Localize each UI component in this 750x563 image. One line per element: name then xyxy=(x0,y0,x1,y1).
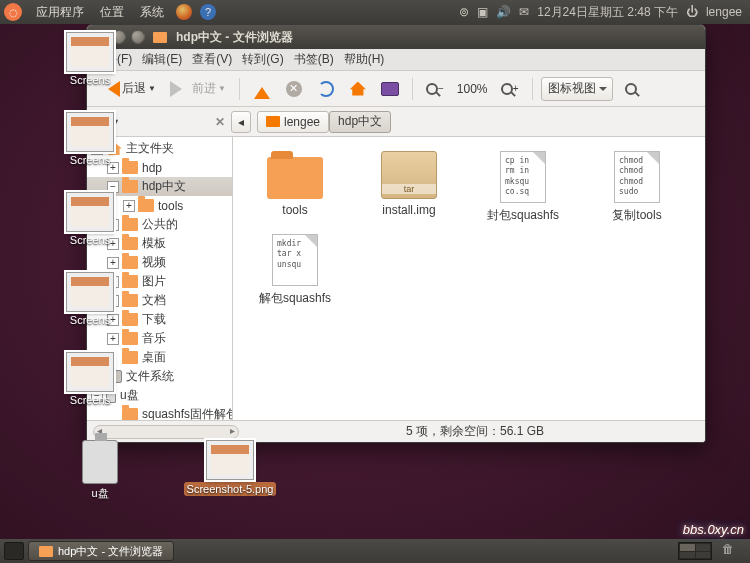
reload-button[interactable] xyxy=(312,76,340,102)
folder-icon xyxy=(122,256,138,269)
tree-item[interactable]: +音乐 xyxy=(87,329,232,348)
menu-system[interactable]: 系统 xyxy=(132,4,172,21)
screenshot-thumb-icon xyxy=(66,352,114,392)
zoom-out-button[interactable]: − xyxy=(421,76,449,102)
status-text: 5 项，剩余空间：56.1 GB xyxy=(245,423,705,440)
computer-button[interactable] xyxy=(376,76,404,102)
tree-label: squashfs固件解包封包 xyxy=(142,406,233,420)
desktop-icon[interactable]: Screens xyxy=(50,352,130,406)
tree-item[interactable]: squashfs固件解包封包 xyxy=(87,405,232,420)
up-button[interactable] xyxy=(248,76,276,102)
desktop-icon-label: Screens xyxy=(70,314,110,326)
desktop-icon-label: u盘 xyxy=(91,487,108,499)
bottom-panel: hdp中文 - 文件浏览器 🗑 xyxy=(0,539,750,563)
chat-icon[interactable]: ▣ xyxy=(477,5,488,19)
menu-go[interactable]: 转到(G) xyxy=(242,51,283,68)
home-icon xyxy=(350,82,366,96)
window-title: hdp中文 - 文件浏览器 xyxy=(176,29,293,46)
desktop-icon-label: Screens xyxy=(70,74,110,86)
folder-icon xyxy=(122,332,138,345)
folder-icon xyxy=(122,408,138,420)
sidebar-hscroll[interactable] xyxy=(93,425,239,439)
file-item[interactable]: install.img xyxy=(355,151,463,224)
desktop-icon[interactable]: Screens xyxy=(50,32,130,86)
menu-help[interactable]: 帮助(H) xyxy=(344,51,385,68)
tree-label: tools xyxy=(158,199,183,213)
help-icon[interactable]: ? xyxy=(200,4,216,20)
tree-label: 模板 xyxy=(142,235,166,252)
folder-icon xyxy=(267,157,323,199)
tree-expander[interactable]: − xyxy=(107,181,119,193)
tree-label: 下载 xyxy=(142,311,166,328)
desktop-icon-label: Screens xyxy=(70,394,110,406)
zoom-level: 100% xyxy=(453,82,492,96)
desktop-icon-label: Screens xyxy=(70,234,110,246)
toolbar: 后退▼ 前进▼ ✕ − 100% + 图标视图 xyxy=(87,71,705,107)
tree-label: 桌面 xyxy=(142,349,166,366)
sidebar-close-button[interactable]: ✕ xyxy=(215,115,225,129)
menubar: 文件(F) 编辑(E) 查看(V) 转到(G) 书签(B) 帮助(H) xyxy=(87,49,705,71)
file-item[interactable]: tools xyxy=(241,151,349,224)
file-item[interactable]: cp in rm in mksqu co.sq封包squashfs xyxy=(469,151,577,224)
tree-label: 图片 xyxy=(142,273,166,290)
tree-expander[interactable]: + xyxy=(107,333,119,345)
taskbar-entry[interactable]: hdp中文 - 文件浏览器 xyxy=(28,541,174,561)
top-panel: ◌ 应用程序 位置 系统 ? ⊚ ▣ 🔊 ✉ 12月24日星期五 2:48 下午… xyxy=(0,0,750,24)
zoom-in-icon xyxy=(501,83,513,95)
folder-icon xyxy=(39,546,53,557)
tree-label: 主文件夹 xyxy=(126,140,174,157)
trash-icon[interactable]: 🗑 xyxy=(722,542,740,560)
file-item[interactable]: mkdir tar x unsqu解包squashfs xyxy=(241,234,349,307)
power-icon[interactable]: ⏻ xyxy=(686,5,698,19)
view-mode-select[interactable]: 图标视图 xyxy=(541,77,613,101)
folder-icon xyxy=(153,32,167,43)
tree-label: 文件系统 xyxy=(126,368,174,385)
desktop-icon-label: Screens xyxy=(70,154,110,166)
stop-button[interactable]: ✕ xyxy=(280,76,308,102)
network-icon[interactable]: ⊚ xyxy=(459,5,469,19)
home-button[interactable] xyxy=(344,76,372,102)
arrow-right-icon xyxy=(170,81,190,97)
search-icon xyxy=(625,83,637,95)
desktop-icon[interactable]: u盘 xyxy=(60,440,140,501)
desktop-icon[interactable]: Screens xyxy=(50,272,130,326)
menu-bookmarks[interactable]: 书签(B) xyxy=(294,51,334,68)
titlebar[interactable]: hdp中文 - 文件浏览器 xyxy=(87,25,705,49)
tree-item[interactable]: +视频 xyxy=(87,253,232,272)
zoom-in-button[interactable]: + xyxy=(496,76,524,102)
reload-icon xyxy=(318,81,334,97)
ubuntu-logo-icon[interactable]: ◌ xyxy=(4,3,22,21)
path-segment[interactable]: lengee xyxy=(257,111,329,133)
volume-icon[interactable]: 🔊 xyxy=(496,5,511,19)
watermark: bbs.0xy.cn xyxy=(683,522,744,537)
location-bar: 树▼ ✕ ◂ lengeehdp中文 xyxy=(87,107,705,137)
desktop-icon[interactable]: Screens xyxy=(50,192,130,246)
firefox-icon[interactable] xyxy=(176,4,192,20)
tree-expander[interactable]: + xyxy=(107,257,119,269)
screenshot-thumb-icon xyxy=(66,192,114,232)
script-icon: chmod chmod chmod sudo xyxy=(614,151,660,203)
path-back-button[interactable]: ◂ xyxy=(231,111,251,133)
path-segment[interactable]: hdp中文 xyxy=(329,111,391,133)
menu-applications[interactable]: 应用程序 xyxy=(28,4,92,21)
menu-view[interactable]: 查看(V) xyxy=(192,51,232,68)
menu-edit[interactable]: 编辑(E) xyxy=(142,51,182,68)
file-item[interactable]: chmod chmod chmod sudo复制tools xyxy=(583,151,691,224)
zoom-out-icon xyxy=(426,83,438,95)
stop-icon: ✕ xyxy=(286,81,302,97)
search-button[interactable] xyxy=(617,76,645,102)
tar-icon xyxy=(381,151,437,199)
maximize-button[interactable] xyxy=(131,30,145,44)
clock[interactable]: 12月24日星期五 2:48 下午 xyxy=(537,4,678,21)
desktop-icon[interactable]: Screens xyxy=(50,112,130,166)
workspace-switcher[interactable] xyxy=(678,542,712,560)
desktop-icon[interactable]: Screenshot-5.png xyxy=(180,440,280,496)
menu-places[interactable]: 位置 xyxy=(92,4,132,21)
file-view[interactable]: toolsinstall.imgcp in rm in mksqu co.sq封… xyxy=(233,137,705,420)
user-menu[interactable]: lengee xyxy=(706,5,742,19)
file-name: tools xyxy=(241,203,349,217)
arrow-up-icon xyxy=(254,79,270,99)
show-desktop-button[interactable] xyxy=(4,542,24,560)
mail-icon[interactable]: ✉ xyxy=(519,5,529,19)
script-icon: cp in rm in mksqu co.sq xyxy=(500,151,546,203)
